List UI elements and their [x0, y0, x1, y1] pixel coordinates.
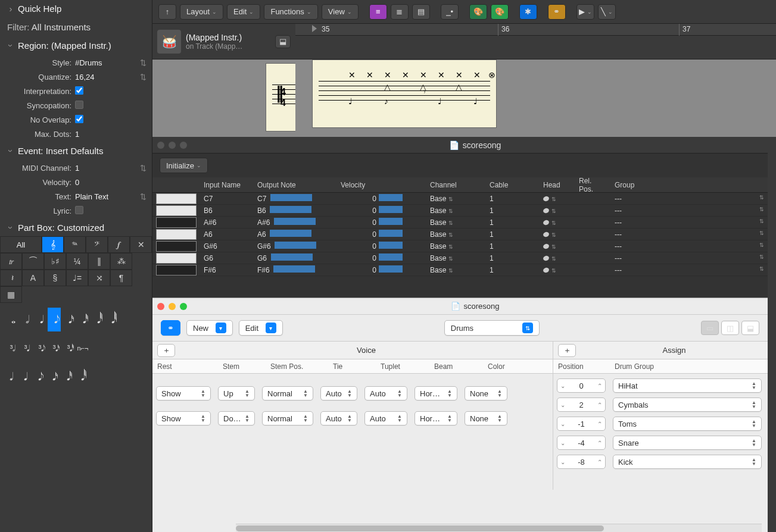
cable-cell[interactable]: 1	[486, 254, 540, 262]
nooverlap-checkbox[interactable]	[75, 115, 83, 123]
output-note-cell[interactable]: G#6	[254, 242, 337, 251]
cable-cell[interactable]: 1	[486, 242, 540, 251]
voice-select[interactable]: Show▲▼	[156, 386, 211, 400]
maxdots-value[interactable]: 1	[75, 130, 147, 139]
color-mode-1-button[interactable]: 🎨	[469, 4, 487, 20]
linear-view-button[interactable]: ≡	[369, 4, 387, 20]
mapping-row[interactable]: G#6G#6 0Base⇅1⇅---⇅	[152, 240, 768, 252]
col-relpos[interactable]: Rel. Pos.	[575, 177, 611, 193]
col-cable[interactable]: Cable	[486, 181, 540, 189]
group-cell[interactable]: ---⇅	[611, 206, 768, 215]
col-head[interactable]: Head	[540, 181, 575, 189]
group-cell[interactable]: ---⇅	[611, 266, 768, 274]
midichannel-value[interactable]: 1	[75, 164, 139, 173]
link-toggle-button[interactable]: ⚭	[161, 320, 180, 336]
barline-category-icon[interactable]: ‖	[88, 253, 110, 270]
output-note-cell[interactable]: B6	[254, 206, 337, 215]
position-stepper[interactable]: ⌄-1⌃	[557, 417, 606, 431]
piano-key-icon[interactable]	[156, 193, 197, 204]
timeline-ruler[interactable]: 35 36 37	[295, 24, 776, 36]
link-button[interactable]: ⚭	[548, 4, 566, 20]
mapping-row[interactable]: G6G6 0Base⇅1⇅---⇅	[152, 252, 768, 264]
channel-cell[interactable]: Base⇅	[426, 242, 486, 251]
col-stem[interactable]: Stem	[218, 362, 266, 371]
dotted-64-icon[interactable]: 𝅘𝅥𝅱.	[76, 365, 89, 389]
triplet-32-icon[interactable]: ³𝅘𝅥𝅰	[62, 336, 75, 360]
velocity-cell[interactable]: 0	[337, 194, 426, 203]
mapping-row[interactable]: F#6F#6 0Base⇅1⇅---⇅	[152, 264, 768, 276]
output-note-cell[interactable]: A#6	[254, 218, 337, 227]
col-position[interactable]: Position	[553, 362, 610, 371]
group-cell[interactable]: ---⇅	[611, 254, 768, 262]
cable-cell[interactable]: 1	[486, 195, 540, 203]
piano-key-icon[interactable]	[156, 253, 197, 264]
position-stepper[interactable]: ⌄0⌃	[557, 378, 606, 393]
clef-category-icon[interactable]: 𝄞	[42, 236, 64, 253]
edit-style-button[interactable]: Edit ▾	[239, 320, 283, 336]
quarter-note-icon[interactable]: 𝅘𝅥	[33, 308, 46, 331]
grid-category-icon[interactable]: ▦	[0, 286, 22, 303]
velocity-cell[interactable]: 0	[337, 218, 426, 227]
voice-select[interactable]: Hor…▲▼	[415, 411, 457, 425]
mapping-row[interactable]: C7C7 0Base⇅1⇅---⇅	[152, 193, 768, 205]
text-value[interactable]: Plain Text	[75, 192, 139, 201]
col-beam[interactable]: Beam	[429, 362, 483, 371]
velocity-cell[interactable]: 0	[337, 254, 426, 262]
input-name-cell[interactable]: C7	[200, 195, 254, 203]
interpretation-checkbox[interactable]	[75, 86, 83, 95]
voice-select[interactable]: None▲▼	[465, 411, 507, 425]
dynamics-category-icon[interactable]: 𝆑	[108, 236, 130, 253]
output-note-cell[interactable]: C7	[254, 194, 337, 203]
midi-in-button[interactable]: ⎯•	[441, 4, 459, 20]
input-name-cell[interactable]: G#6	[200, 242, 254, 251]
layout-category-icon[interactable]: ⤨	[88, 270, 110, 286]
lyric-checkbox[interactable]	[75, 206, 83, 214]
mapping-titlebar[interactable]: 📄scoresong	[152, 137, 768, 154]
region-header[interactable]: › Region: (Mapped Instr.)	[0, 37, 152, 54]
position-stepper[interactable]: ⌄2⌃	[557, 398, 606, 412]
dotted-sixteenth-icon[interactable]: 𝅘𝅥𝅯.	[48, 365, 61, 389]
input-name-cell[interactable]: B6	[200, 206, 254, 215]
cable-cell[interactable]: 1	[486, 206, 540, 215]
col-group[interactable]: Group	[611, 181, 768, 189]
score-region[interactable]: ✕ ♩ ✕ ✕ △ ♪ ✕ ✕ △ 𝄾 ✕ ♩ ✕ △ ✕	[312, 60, 497, 128]
ornament-category-icon[interactable]: 𝆖	[0, 253, 22, 270]
bass-clef-icon[interactable]: 𝄢	[86, 236, 108, 253]
partbox-header[interactable]: › Part Box: Customized	[0, 219, 152, 236]
close-window-icon[interactable]	[157, 142, 164, 149]
quick-help-header[interactable]: › Quick Help	[0, 0, 152, 17]
drumgroup-select[interactable]: HiHat▲▼	[613, 378, 762, 393]
pedal-category-icon[interactable]: 𝆮	[64, 236, 86, 253]
note-128-icon[interactable]: 𝅘𝅥𝅲	[105, 308, 118, 331]
rest-category-icon[interactable]: 𝄽	[0, 270, 22, 286]
mapping-row[interactable]: A#6A#6 0Base⇅1⇅---⇅	[152, 217, 768, 229]
dotted-32-icon[interactable]: 𝅘𝅥𝅰.	[62, 365, 75, 389]
col-tuplet[interactable]: Tuplet	[376, 362, 429, 371]
head-cell[interactable]: ⇅	[540, 254, 575, 262]
new-style-button[interactable]: New ▾	[186, 320, 233, 336]
pencil-tool-button[interactable]: ╲⌄	[598, 4, 616, 20]
col-rest[interactable]: Rest	[152, 362, 218, 371]
voice-select[interactable]: Up▲▼	[218, 386, 255, 400]
triplet-eighth-icon[interactable]: ³𝅘𝅥𝅮	[33, 336, 46, 360]
track-import-button[interactable]: ⬓	[275, 35, 291, 48]
position-stepper[interactable]: ⌄-4⌃	[557, 436, 606, 450]
view-split-button[interactable]: ◫	[721, 321, 739, 335]
layout-menu[interactable]: Layout⌄	[180, 4, 223, 20]
velocity-value[interactable]: 0	[75, 178, 147, 187]
ntuplet-icon[interactable]: n⌐¬	[76, 336, 89, 360]
velocity-cell[interactable]: 0	[337, 206, 426, 215]
event-header[interactable]: › Event: Insert Defaults	[0, 142, 152, 159]
minimize-window-icon[interactable]	[169, 303, 176, 310]
group-cell[interactable]: ---⇅	[611, 195, 768, 203]
head-cell[interactable]: ⇅	[540, 195, 575, 203]
voice-select[interactable]: Normal▲▼	[262, 386, 313, 400]
input-name-cell[interactable]: G6	[200, 254, 254, 262]
stepper-icon[interactable]: ⇅	[139, 164, 147, 173]
paragraph-category-icon[interactable]: ¶	[110, 270, 132, 286]
voice-select[interactable]: Auto▲▼	[364, 411, 407, 425]
thirtysecond-note-icon[interactable]: 𝅘𝅥𝅰	[76, 308, 89, 331]
channel-cell[interactable]: Base⇅	[426, 218, 486, 227]
col-channel[interactable]: Channel	[426, 181, 486, 189]
notehead-category-icon[interactable]: ✕	[130, 236, 152, 253]
